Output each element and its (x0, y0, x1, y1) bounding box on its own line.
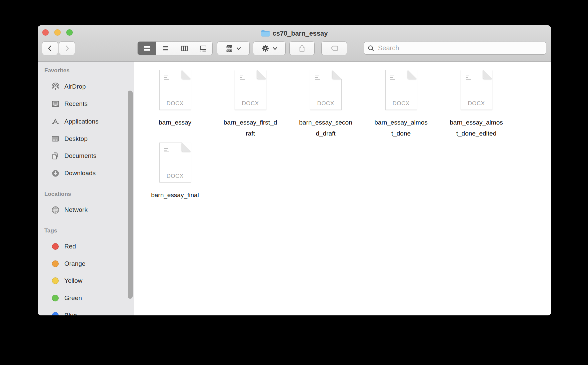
docx-file-icon: DOCX (235, 70, 266, 110)
icon-view-button[interactable] (138, 42, 156, 55)
sidebar-item-applications[interactable]: Applications (38, 114, 127, 129)
sidebar-section-locations: Locations (44, 190, 71, 198)
column-view-button[interactable] (175, 42, 194, 55)
list-view-button[interactable] (156, 42, 175, 55)
grid-view-icon (143, 45, 151, 52)
window-title: cs70_barn_essay (273, 30, 328, 37)
downloads-icon (49, 169, 62, 178)
file-name-label: barn_essay_almos t_done (364, 117, 438, 139)
recents-icon (49, 100, 62, 108)
file-barn-essay-final[interactable]: DOCX barn_essay_final (138, 143, 212, 200)
sidebar-item-label: Downloads (64, 170, 96, 177)
network-globe-icon (49, 206, 62, 214)
tag-icon (330, 44, 339, 52)
file-barn-essay[interactable]: DOCX barn_essay (138, 70, 212, 128)
action-menu-button[interactable] (253, 42, 285, 55)
sidebar-item-label: Green (64, 294, 82, 302)
titlebar-toolbar: cs70_barn_essay (38, 25, 551, 62)
sidebar-item-tag-blue[interactable]: Blue (38, 308, 127, 315)
file-type-badge: DOCX (160, 173, 191, 180)
sidebar-item-label: Documents (64, 152, 96, 160)
sidebar-item-label: AirDrop (64, 83, 86, 90)
edit-tags-button[interactable] (322, 42, 347, 55)
sidebar: Favorites AirDrop (38, 62, 134, 315)
sidebar-item-label: Blue (64, 312, 77, 315)
sidebar-item-tag-red[interactable]: Red (38, 239, 127, 254)
document-text-lines (164, 148, 169, 153)
sidebar-item-airdrop[interactable]: AirDrop (38, 79, 127, 94)
search-icon (367, 45, 375, 52)
chevron-right-icon (63, 44, 71, 52)
file-barn-essay-almost-done-edited[interactable]: DOCX barn_essay_almos t_done_edited (440, 70, 513, 139)
sidebar-section-tags: Tags (44, 227, 57, 235)
applications-icon (49, 117, 62, 126)
red-tag-icon (52, 243, 59, 250)
chevron-down-icon (272, 45, 278, 51)
sidebar-item-recents[interactable]: Recents (38, 97, 127, 111)
gear-icon (261, 44, 270, 53)
group-by-icon (225, 44, 234, 53)
yellow-tag-icon (52, 277, 59, 284)
file-type-badge: DOCX (461, 100, 492, 107)
sidebar-item-label: Applications (64, 118, 98, 125)
list-view-icon (162, 45, 169, 52)
document-text-lines (315, 76, 320, 81)
file-type-badge: DOCX (386, 100, 417, 107)
group-by-button[interactable] (217, 42, 249, 55)
orange-tag-icon (52, 260, 59, 267)
forward-button[interactable] (59, 42, 75, 55)
sidebar-item-tag-yellow[interactable]: Yellow (38, 273, 127, 288)
view-mode-switcher (138, 42, 212, 55)
window-title-area: cs70_barn_essay (38, 29, 551, 38)
file-barn-essay-first-draft[interactable]: DOCX barn_essay_first_d raft (214, 70, 287, 139)
docx-file-icon: DOCX (310, 70, 342, 110)
sidebar-item-label: Orange (64, 260, 85, 267)
file-type-badge: DOCX (310, 100, 341, 107)
document-text-lines (240, 76, 245, 81)
sidebar-item-downloads[interactable]: Downloads (38, 166, 127, 181)
sidebar-item-desktop[interactable]: Desktop (38, 132, 127, 146)
document-text-lines (164, 76, 169, 81)
file-name-label: barn_essay_almos t_done_edited (440, 117, 513, 139)
docx-file-icon: DOCX (385, 70, 417, 110)
document-text-lines (466, 76, 471, 81)
sidebar-item-label: Yellow (64, 277, 82, 284)
sidebar-item-tag-orange[interactable]: Orange (38, 256, 127, 271)
sidebar-item-tag-green[interactable]: Green (38, 291, 127, 305)
file-name-label: barn_essay_first_d raft (214, 117, 287, 139)
docx-file-icon: DOCX (159, 143, 191, 182)
documents-icon (49, 152, 62, 160)
sidebar-item-label: Network (64, 206, 88, 213)
sidebar-item-documents[interactable]: Documents (38, 149, 127, 163)
docx-file-icon: DOCX (461, 70, 492, 110)
folder-contents: DOCX barn_essay DOCX barn_essay_first_d … (135, 62, 551, 315)
file-barn-essay-almost-done[interactable]: DOCX barn_essay_almos t_done (364, 70, 438, 139)
share-button[interactable] (290, 42, 314, 55)
blue-tag-icon (52, 312, 59, 315)
chevron-down-icon (236, 45, 242, 51)
desktop-background: { "window": { "title": "cs70_barn_essay"… (0, 0, 588, 365)
file-name-label: barn_essay (138, 117, 212, 128)
gallery-view-icon (199, 45, 207, 52)
sidebar-item-label: Recents (64, 100, 88, 108)
file-type-badge: DOCX (235, 100, 266, 107)
green-tag-icon (52, 295, 59, 301)
gallery-view-button[interactable] (194, 42, 212, 55)
airdrop-icon (49, 83, 62, 91)
finder-window: cs70_barn_essay (38, 25, 551, 315)
sidebar-item-label: Desktop (64, 135, 88, 143)
search-field[interactable] (364, 42, 546, 54)
window-body: Favorites AirDrop (38, 62, 551, 315)
chevron-left-icon (46, 44, 54, 52)
file-type-badge: DOCX (160, 100, 191, 107)
sidebar-scrollbar[interactable] (128, 91, 133, 299)
file-name-label: barn_essay_secon d_draft (289, 117, 362, 139)
sidebar-item-network[interactable]: Network (38, 202, 127, 217)
file-name-label: barn_essay_final (138, 189, 212, 200)
docx-file-icon: DOCX (159, 70, 191, 110)
sidebar-section-favorites: Favorites (44, 67, 70, 75)
search-input[interactable] (377, 44, 543, 52)
file-barn-essay-second-draft[interactable]: DOCX barn_essay_secon d_draft (289, 70, 362, 139)
back-button[interactable] (42, 42, 58, 55)
sidebar-item-label: Red (64, 243, 76, 250)
